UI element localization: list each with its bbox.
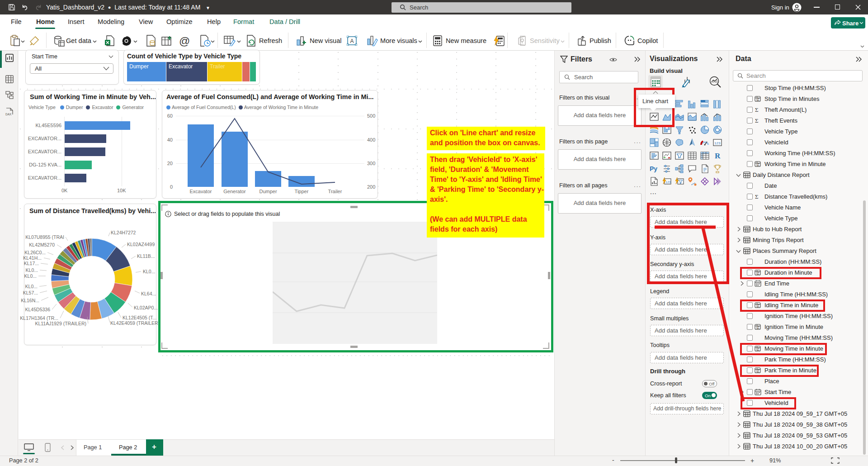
- svg-text:123: 123: [714, 141, 721, 145]
- svg-text:Σ: Σ: [757, 98, 760, 102]
- svg-text:Py: Py: [650, 165, 657, 172]
- svg-text:Σ: Σ: [757, 163, 760, 167]
- svg-text:R: R: [715, 152, 721, 160]
- svg-text:123: 123: [665, 181, 671, 184]
- svg-text:A: A: [350, 38, 354, 44]
- svg-text:DAX: DAX: [5, 113, 12, 116]
